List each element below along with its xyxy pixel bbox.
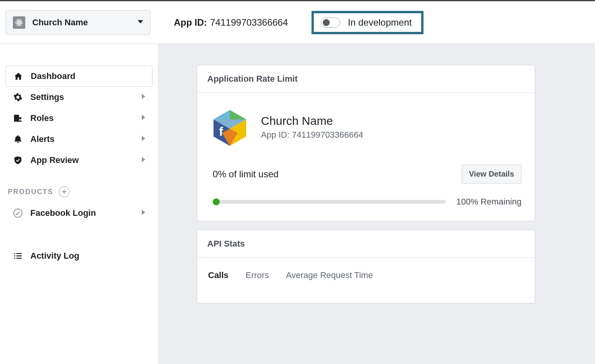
limit-progress-row: 100% Remaining — [207, 186, 525, 211]
app-title: Church Name — [261, 114, 363, 128]
roles-icon — [12, 114, 23, 123]
sidebar-item-roles[interactable]: Roles — [5, 108, 152, 129]
svg-point-9 — [14, 257, 15, 259]
main-content: Application Rate Limit f — [158, 44, 595, 364]
header-bar: Church Name App ID: 741199703366664 In d… — [0, 1, 595, 44]
svg-point-3 — [19, 22, 20, 23]
caret-down-icon — [138, 19, 143, 26]
svg-point-5 — [19, 117, 21, 119]
rate-limit-card: Application Rate Limit f — [197, 65, 535, 221]
limit-progress-dot — [213, 198, 220, 205]
check-circle-icon — [12, 208, 23, 218]
svg-rect-11 — [16, 256, 22, 256]
app-id-value: 741199703366664 — [210, 17, 288, 28]
svg-rect-12 — [16, 258, 22, 259]
sidebar-item-label: Facebook Login — [30, 208, 142, 218]
dev-mode-toggle[interactable] — [321, 18, 340, 28]
sidebar-item-label: Dashboard — [31, 71, 145, 81]
bell-icon — [12, 135, 23, 144]
products-section-header: PRODUCTS — [5, 171, 152, 203]
svg-rect-4 — [14, 115, 19, 122]
sidebar-item-alerts[interactable]: Alerts — [5, 129, 152, 150]
sidebar: Dashboard Settings Roles Alerts — [0, 44, 158, 364]
sidebar-item-label: Alerts — [30, 134, 142, 144]
limit-remaining-text: 100% Remaining — [456, 197, 522, 207]
app-id-line: App ID: 741199703366664 — [261, 130, 363, 140]
svg-point-8 — [14, 255, 15, 256]
tab-errors[interactable]: Errors — [246, 270, 269, 280]
products-title: PRODUCTS — [8, 188, 53, 196]
tab-calls[interactable]: Calls — [208, 270, 229, 280]
sidebar-item-facebook-login[interactable]: Facebook Login — [5, 203, 152, 224]
app-id-label: App ID: — [174, 17, 207, 28]
app-selector-dropdown[interactable]: Church Name — [5, 10, 150, 35]
sidebar-item-label: Roles — [30, 113, 142, 123]
svg-marker-14 — [230, 110, 246, 119]
limit-used-row: 0% of limit used View Details — [207, 158, 525, 186]
api-stats-tabs: Calls Errors Average Request Time — [207, 268, 525, 293]
svg-text:f: f — [219, 124, 223, 138]
dev-mode-highlight-box: In development — [312, 11, 424, 34]
home-icon — [13, 72, 24, 81]
chevron-right-icon — [142, 136, 145, 143]
app-cube-icon: f — [210, 108, 249, 147]
app-id-display: App ID: 741199703366664 — [174, 17, 288, 28]
sidebar-item-label: Activity Log — [30, 251, 145, 261]
chevron-right-icon — [142, 115, 145, 122]
sidebar-item-settings[interactable]: Settings — [5, 87, 152, 108]
api-stats-card: API Stats Calls Errors Average Request T… — [197, 230, 535, 303]
svg-marker-15 — [214, 110, 230, 119]
add-product-button[interactable] — [59, 186, 70, 197]
chevron-right-icon — [142, 94, 145, 101]
app-overview-row: f Church Name App ID: 741199703366664 — [207, 103, 525, 158]
chevron-right-icon — [142, 210, 145, 217]
view-details-button[interactable]: View Details — [462, 164, 522, 184]
svg-rect-10 — [16, 253, 22, 254]
rate-limit-card-title: Application Rate Limit — [197, 65, 535, 93]
api-stats-title: API Stats — [197, 230, 535, 258]
list-icon — [12, 251, 23, 261]
selected-app-name: Church Name — [32, 18, 138, 28]
limit-used-text: 0% of limit used — [213, 169, 278, 180]
atom-icon — [13, 16, 25, 29]
sidebar-item-label: App Review — [30, 155, 142, 165]
svg-point-7 — [14, 253, 15, 254]
toggle-knob — [323, 19, 330, 26]
sidebar-item-label: Settings — [30, 92, 142, 102]
shield-check-icon — [12, 156, 23, 165]
sidebar-item-app-review[interactable]: App Review — [5, 150, 152, 171]
limit-progress-bar — [213, 200, 446, 204]
dev-mode-label: In development — [348, 17, 412, 28]
sidebar-item-dashboard[interactable]: Dashboard — [5, 66, 152, 87]
chevron-right-icon — [142, 157, 145, 164]
tab-average-request-time[interactable]: Average Request Time — [286, 270, 373, 280]
sidebar-item-activity-log[interactable]: Activity Log — [5, 245, 152, 266]
gear-icon — [12, 93, 23, 102]
